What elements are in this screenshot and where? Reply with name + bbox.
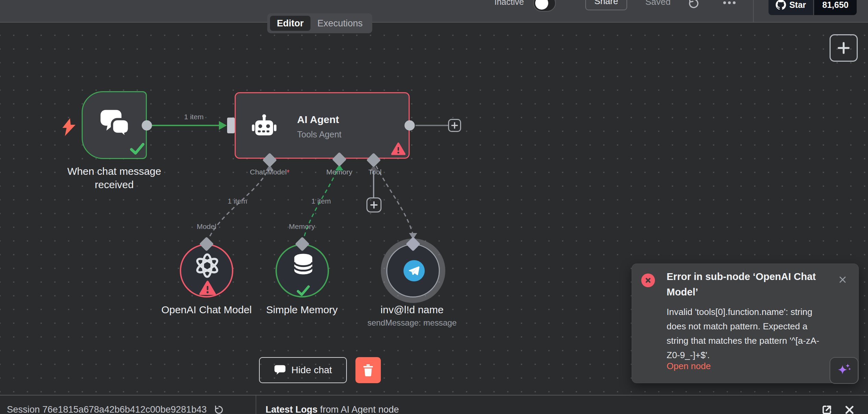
trigger-output-port[interactable] (142, 120, 152, 131)
agent-node-title: AI Agent (297, 114, 339, 125)
panel-divider (256, 395, 256, 414)
error-toast: Error in sub-node ‘OpenAI Chat Model’ In… (632, 264, 859, 383)
more-options-icon[interactable] (722, 0, 737, 8)
success-check-icon (297, 285, 310, 296)
share-button[interactable]: Share (585, 0, 627, 10)
openai-chat-model-node[interactable] (180, 244, 233, 297)
saved-status: Saved (645, 0, 671, 7)
github-icon (776, 0, 786, 10)
telegram-node-selected[interactable] (386, 244, 440, 297)
memory-wire-label: Memory (289, 222, 315, 231)
telegram-node-subtitle: sendMessage: message (367, 318, 457, 328)
robot-icon (251, 113, 278, 140)
chat-model-port-label: Chat Model* (250, 168, 290, 176)
chat-bubbles-icon (99, 109, 131, 137)
open-node-link[interactable]: Open node (667, 361, 711, 372)
chat-logs-panel-header: Session 76e1815a678a42b6b412c00be9281b43… (0, 395, 868, 414)
star-label: Star (789, 0, 806, 10)
model-wire-label: Model (197, 222, 216, 231)
edge-count-model: 1 item (227, 197, 247, 205)
chat-bubble-icon (274, 365, 286, 376)
workflow-active-toggle[interactable] (533, 0, 556, 12)
toast-title: Error in sub-node ‘OpenAI Chat Model’ (667, 269, 828, 300)
trigger-node-when-chat-message-received[interactable] (82, 91, 147, 159)
history-icon[interactable] (688, 0, 700, 11)
add-tool-button[interactable] (366, 197, 382, 212)
add-next-node-button[interactable] (448, 119, 461, 132)
database-icon (291, 252, 316, 278)
editor-executions-tabs: Editor Executions (267, 13, 372, 33)
logs-title: Latest Logs (266, 404, 318, 414)
toast-close-icon[interactable] (837, 275, 848, 286)
trigger-node-label: When chat message received (56, 165, 173, 191)
header-divider (753, 0, 754, 23)
tool-port-label: Tool (368, 168, 382, 176)
ai-assistant-button[interactable] (830, 357, 858, 384)
top-bar: Inactive Share Saved Star 81,650 (0, 0, 868, 23)
toast-message: Invalid 'tools[0].function.name': string… (667, 305, 819, 362)
hide-chat-label: Hide chat (291, 365, 332, 376)
refresh-session-icon[interactable] (214, 405, 224, 414)
openai-node-label: OpenAI Chat Model (161, 303, 251, 316)
add-node-button[interactable] (830, 34, 858, 62)
warning-icon (199, 280, 216, 296)
agent-input-port[interactable] (227, 118, 235, 133)
sparkle-icon (835, 362, 853, 379)
session-id: 76e1815a678a42b6b412c00be9281b43 (43, 404, 207, 414)
clear-chat-button[interactable] (355, 357, 381, 383)
inactive-label: Inactive (494, 0, 524, 7)
lightning-icon (62, 118, 76, 136)
edge-count-memory: 1 item (311, 197, 331, 205)
error-icon (641, 273, 655, 287)
plus-icon (451, 122, 458, 129)
github-star-button[interactable]: Star (769, 0, 813, 15)
chat-model-port-text: Chat Model (250, 168, 286, 176)
tab-executions[interactable]: Executions (310, 18, 370, 29)
edge-count-trigger-agent: 1 item (184, 113, 203, 121)
session-text: Session 76e1815a678a42b6b412c00be9281b43 (7, 404, 207, 414)
success-check-icon (130, 143, 144, 155)
openai-icon (192, 250, 223, 281)
agent-node-subtitle: Tools Agent (297, 130, 341, 139)
memory-port-label: Memory (326, 168, 352, 176)
x-icon (645, 277, 652, 284)
simple-memory-node[interactable] (275, 244, 329, 297)
plus-icon (370, 201, 378, 209)
github-star-widget[interactable]: Star 81,650 (769, 0, 857, 15)
logs-header: Latest Logs from AI Agent node (266, 404, 399, 414)
hide-chat-button[interactable]: Hide chat (259, 357, 347, 383)
popout-logs-icon[interactable] (821, 404, 833, 414)
paper-plane-icon (407, 264, 421, 278)
agent-output-port[interactable] (404, 120, 415, 131)
telegram-icon (403, 260, 425, 281)
plus-icon (837, 41, 851, 55)
trash-icon (362, 364, 374, 377)
share-label: Share (594, 0, 618, 7)
star-count[interactable]: 81,650 (814, 0, 857, 15)
chat-session-row: Session 76e1815a678a42b6b412c00be9281b43 (7, 404, 224, 414)
close-logs-icon[interactable] (844, 404, 855, 414)
ai-agent-node[interactable] (235, 92, 410, 159)
tab-editor[interactable]: Editor (270, 16, 310, 31)
warning-icon (391, 142, 406, 156)
session-label: Session (7, 404, 40, 414)
telegram-node-label: inv@l!d name (380, 303, 444, 316)
toggle-knob (535, 0, 548, 10)
memory-node-label: Simple Memory (266, 303, 338, 316)
logs-subtitle: from AI Agent node (318, 404, 399, 414)
required-marker: * (287, 168, 290, 176)
